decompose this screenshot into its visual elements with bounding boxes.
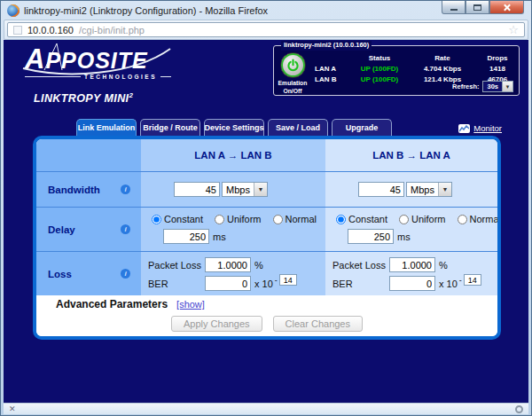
lan-a-rate: 4.704 Kbps [409, 65, 476, 73]
loss-row: Loss Packet Loss % BER x 10 - [36, 251, 497, 295]
action-button-row: Apply Changes Clear Changes [36, 313, 497, 336]
lan-b-status: UP (100FD) [350, 75, 409, 83]
header-lan-b-to-a: LAN B → LAN A [325, 139, 497, 171]
product-name: LINKTROPY MINI2 [34, 91, 133, 105]
url-path: /cgi-bin/init.php [79, 25, 145, 35]
ber-exponent-input-ab[interactable] [279, 274, 297, 286]
packet-loss-input-ab[interactable] [205, 257, 251, 272]
info-icon[interactable] [121, 224, 130, 234]
minimize-button[interactable] [442, 1, 466, 14]
tab-upgrade[interactable]: Upgrade [332, 119, 392, 136]
tab-bar: Link Emulation Bridge / Route Device Set… [76, 118, 502, 136]
info-icon[interactable] [121, 269, 130, 279]
chevron-down-icon: ▼ [502, 82, 512, 91]
percent-unit: % [254, 260, 263, 271]
close-button[interactable] [489, 1, 524, 14]
delay-input-ab[interactable] [163, 229, 209, 244]
col-status: Status [350, 54, 409, 62]
url-host: 10.0.0.160 [27, 25, 74, 35]
ber-input-ba[interactable] [389, 276, 435, 291]
bandwidth-unit-select-ba[interactable]: Mbps ▼ [406, 182, 452, 197]
advanced-parameters-row: Advanced Parameters [show] [36, 295, 497, 313]
status-header-row: Status Rate Drops [311, 52, 519, 63]
ber-exponent-input-ba[interactable] [464, 274, 481, 286]
browser-window: linktropy-mini2 (Linktropy Configuration… [0, 0, 532, 416]
loss-label: Loss [48, 269, 72, 279]
chart-icon [458, 124, 470, 133]
clear-changes-button[interactable]: Clear Changes [273, 316, 363, 332]
header-lan-a-to-b: LAN A → LAN B [141, 139, 325, 171]
chevron-down-icon: ▼ [438, 183, 451, 196]
delay-unit: ms [213, 232, 226, 242]
refresh-select[interactable]: 30s ▼ [482, 81, 513, 92]
info-icon[interactable] [121, 184, 130, 194]
delay-mode-constant-ab[interactable]: Constant [152, 214, 203, 224]
delay-mode-normal-ab[interactable]: Normal [273, 214, 317, 224]
window-title: linktropy-mini2 (Linktropy Configuration… [24, 5, 268, 16]
lan-a-status: UP (100FD) [350, 65, 409, 73]
apposite-logo: APPOSITE TECHNOLOGIES [25, 44, 171, 80]
tab-bridge-route[interactable]: Bridge / Route [140, 119, 200, 136]
addon-bar-close-icon[interactable]: ✕ [9, 405, 16, 413]
bandwidth-input-ab[interactable] [174, 182, 220, 197]
show-link[interactable]: [show] [176, 299, 205, 310]
maximize-button[interactable] [466, 1, 489, 14]
col-rate: Rate [409, 54, 476, 62]
delay-mode-normal-ba[interactable]: Normal [458, 214, 501, 224]
tab-device-settings[interactable]: Device Settings [204, 119, 264, 136]
direction-header-row: LAN A → LAN B LAN B → LAN A [36, 139, 497, 171]
url-bar[interactable]: 10.0.0.160 /cgi-bin/init.php ☆ [7, 22, 525, 37]
ber-label: BER [332, 279, 389, 289]
delay-label: Delay [48, 224, 75, 235]
addon-status-icon[interactable] [515, 405, 523, 413]
minimize-icon [450, 9, 458, 11]
delay-mode-uniform-ab[interactable]: Uniform [215, 214, 262, 224]
packet-loss-label: Packet Loss [148, 260, 205, 271]
bookmark-star-icon[interactable]: ☆ [508, 24, 519, 35]
advanced-parameters-label: Advanced Parameters [56, 298, 168, 310]
bandwidth-unit-select-ab[interactable]: Mbps ▼ [222, 182, 268, 197]
refresh-label: Refresh: [452, 82, 479, 90]
emulation-button-label: Emulation On/Off [274, 80, 311, 96]
tab-link-emulation[interactable]: Link Emulation [76, 119, 137, 136]
bandwidth-row: Bandwidth Mbps ▼ Mbps ▼ [36, 171, 497, 207]
emulation-power-button[interactable] [280, 52, 306, 78]
tab-save-load[interactable]: Save / Load [268, 119, 328, 136]
navigation-toolbar: 10.0.0.160 /cgi-bin/init.php ☆ [4, 20, 528, 40]
delay-input-ba[interactable] [348, 229, 394, 244]
power-icon [286, 58, 301, 73]
link-emulation-panel: LAN A → LAN B LAN B → LAN A Bandwidth Mb… [33, 136, 501, 340]
logo-text: APPOSITE [25, 44, 171, 75]
col-drops: Drops [476, 54, 519, 62]
status-panel-legend: linktropy-mini2 (10.0.0.160) [281, 41, 372, 51]
ber-input-ab[interactable] [205, 276, 251, 291]
addon-bar: ✕ [4, 403, 528, 414]
packet-loss-label: Packet Loss [332, 260, 389, 271]
ber-label: BER [148, 279, 205, 289]
delay-unit: ms [397, 232, 411, 242]
ber-multiplier: x 10 [439, 279, 458, 289]
delay-row: Delay Constant Uniform Normal ms [36, 207, 497, 251]
window-controls [442, 1, 524, 14]
firefox-icon [7, 4, 20, 17]
close-icon [503, 4, 511, 12]
monitor-link[interactable]: Monitor [458, 123, 502, 133]
status-row-lan-a: LAN A UP (100FD) 4.704 Kbps 1418 [311, 63, 519, 74]
lan-a-drops: 1418 [476, 65, 519, 73]
packet-loss-input-ba[interactable] [389, 257, 435, 272]
chevron-down-icon: ▼ [254, 183, 267, 196]
ber-multiplier: x 10 [254, 279, 273, 289]
bandwidth-input-ba[interactable] [358, 182, 404, 197]
delay-mode-uniform-ba[interactable]: Uniform [399, 214, 446, 224]
maximize-icon [473, 4, 481, 11]
status-panel: linktropy-mini2 (10.0.0.160) Emulation O… [273, 45, 520, 96]
percent-unit: % [439, 260, 448, 271]
page-icon [13, 26, 22, 35]
apply-changes-button[interactable]: Apply Changes [171, 316, 262, 332]
page-content: APPOSITE TECHNOLOGIES LINKTROPY MINI2 li… [4, 40, 528, 404]
delay-mode-constant-ba[interactable]: Constant [336, 214, 387, 224]
bandwidth-label: Bandwidth [48, 184, 100, 195]
